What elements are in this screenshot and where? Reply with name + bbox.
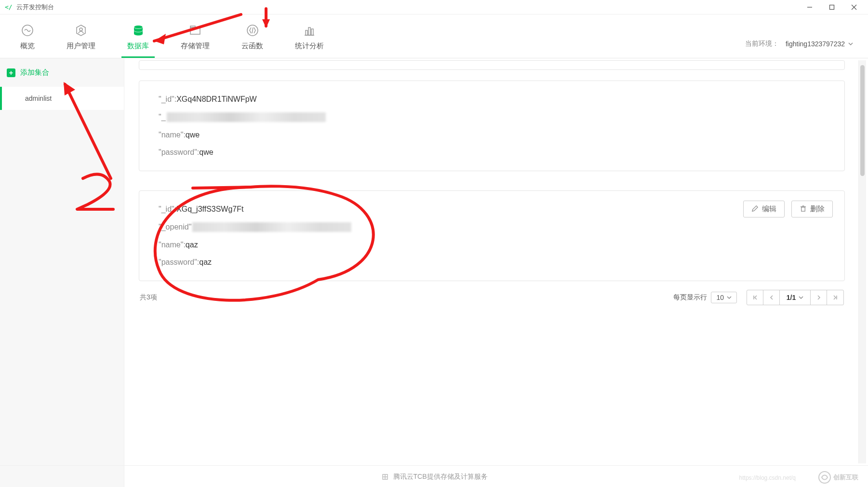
svg-rect-10 [190, 26, 195, 27]
nav-label: 云函数 [241, 41, 263, 51]
nav-label: 存储管理 [181, 41, 210, 51]
record-field: "password":qwe [159, 144, 825, 161]
scrollbar[interactable] [858, 60, 866, 463]
svg-rect-15 [311, 29, 313, 35]
page-last-button[interactable] [827, 290, 843, 305]
svg-text:</>: </> [5, 3, 13, 11]
sidebar: + 添加集合 adminlist [0, 58, 124, 487]
delete-button[interactable]: 删除 [791, 201, 833, 217]
svg-point-6 [80, 28, 82, 31]
add-collection-label: 添加集合 [20, 68, 49, 77]
scrollbar-thumb[interactable] [860, 65, 865, 176]
plus-icon: + [7, 68, 15, 77]
redacted-icon [192, 222, 351, 232]
collection-name: adminlist [25, 95, 52, 102]
user-icon [74, 23, 88, 38]
nav-label: 概览 [20, 41, 35, 51]
svg-rect-2 [830, 5, 834, 9]
table-footer: 共3项 每页显示行 10 1/1 [140, 290, 844, 305]
watermark-logo: 创新互联 [818, 471, 858, 484]
edit-button[interactable]: 编辑 [743, 201, 785, 217]
folder-icon [188, 23, 202, 38]
page-next-button[interactable] [811, 290, 827, 305]
nav-stats[interactable]: 统计分析 [289, 23, 330, 58]
trash-icon [800, 205, 810, 214]
app-logo-icon: </> [5, 3, 13, 11]
footer-note: 腾讯云TCB提供存储及计算服务 [0, 465, 868, 487]
svg-rect-14 [308, 27, 310, 35]
record-card-clipped [139, 60, 845, 70]
top-nav: 概览 用户管理 数据库 存储管理 云函数 统计分析 当前环境： fighting… [0, 14, 868, 58]
page-prev-button[interactable] [763, 290, 780, 305]
record-card[interactable]: "_id":XGq4N8DR1TiNWFpW "_ "name":qwe "pa… [139, 81, 845, 171]
nav-storage[interactable]: 存储管理 [175, 23, 215, 58]
record-field: "name":qaz [159, 236, 825, 254]
window-close-button[interactable] [843, 0, 865, 14]
page-size-select[interactable]: 10 [711, 292, 737, 303]
content-area: "_id":XGq4N8DR1TiNWFpW "_ "name":qwe "pa… [124, 58, 868, 487]
svg-rect-13 [306, 30, 307, 35]
nav-database[interactable]: 数据库 [121, 23, 155, 58]
env-label: 当前环境： [745, 40, 779, 48]
database-icon [132, 23, 145, 38]
nav-cloud-functions[interactable]: 云函数 [236, 23, 269, 58]
nav-label: 统计分析 [295, 41, 324, 51]
title-bar: </> 云开发控制台 [0, 0, 868, 14]
stats-icon [303, 23, 316, 38]
tcb-icon [381, 473, 389, 481]
nav-label: 用户管理 [67, 41, 95, 51]
env-value: fighting1323797232 [786, 40, 845, 48]
window-minimize-button[interactable] [799, 0, 821, 14]
record-field: "_id":XGq4N8DR1TiNWFpW [159, 91, 825, 108]
record-field: "_ [159, 108, 825, 126]
window-title: 云开发控制台 [16, 3, 54, 12]
nav-users[interactable]: 用户管理 [61, 23, 101, 58]
svg-point-22 [819, 472, 830, 483]
svg-rect-16 [801, 207, 805, 211]
add-collection-button[interactable]: + 添加集合 [0, 58, 124, 87]
record-card[interactable]: 编辑 删除 "_id":XGq_j3ffS3SWg7Ft "_openid" "… [139, 190, 845, 281]
redacted-icon [167, 112, 326, 122]
nav-overview[interactable]: 概览 [14, 23, 40, 58]
record-field: "_openid" [159, 218, 825, 236]
total-count: 共3项 [140, 293, 157, 302]
edit-icon [751, 205, 762, 214]
page-first-button[interactable] [747, 290, 763, 305]
env-selector[interactable]: 当前环境： fighting1323797232 [745, 40, 854, 58]
infinity-icon [21, 23, 34, 38]
pagination: 1/1 [747, 290, 844, 305]
page-size-label: 每页显示行 [673, 293, 707, 302]
collection-item-adminlist[interactable]: adminlist [0, 87, 124, 110]
nav-label: 数据库 [127, 41, 149, 51]
page-current[interactable]: 1/1 [780, 290, 811, 305]
main-area: + 添加集合 adminlist "_id":XGq4N8DR1TiNWFpW … [0, 58, 868, 487]
record-field: "_id":XGq_j3ffS3SWg7Ft [159, 201, 825, 218]
watermark-url: https://blog.csdn.net/q [739, 474, 796, 481]
record-field: "name":qwe [159, 126, 825, 144]
record-field: "password":qaz [159, 254, 825, 271]
cloud-fn-icon [246, 23, 259, 38]
window-maximize-button[interactable] [821, 0, 843, 14]
svg-rect-9 [190, 27, 200, 34]
